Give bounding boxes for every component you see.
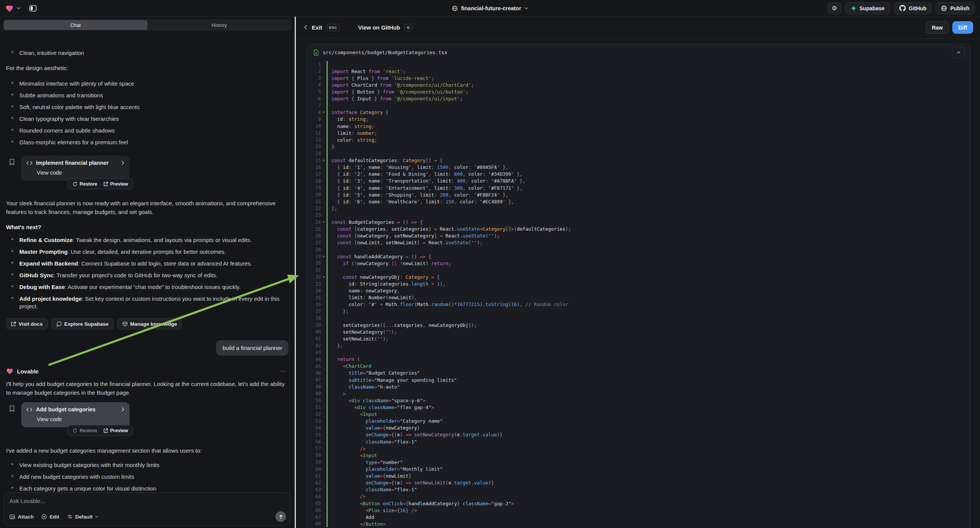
- code-panel: Exit ESC View on GitHub G Raw Diff src/c…: [296, 17, 980, 528]
- list-item-text: Subtle animations and transitions: [19, 92, 103, 99]
- exit-button[interactable]: Exit: [312, 24, 322, 31]
- line-number: 63: [307, 487, 321, 492]
- code-line-content: color: string;: [326, 136, 377, 143]
- code-line: 59 type="number": [307, 459, 970, 466]
- code-line-content: subtitle="Manage your spending limits": [326, 377, 457, 383]
- lovable-logo-heart-icon[interactable]: [5, 5, 14, 12]
- code-line-content: [326, 102, 331, 109]
- code-line-content: type="number": [326, 459, 402, 466]
- code-line-content: placeholder="Category name": [326, 418, 443, 425]
- attach-button[interactable]: Attach: [10, 514, 34, 520]
- line-number: 10: [307, 124, 321, 129]
- bullet-dot: [11, 105, 13, 107]
- code-line-content: [326, 212, 331, 219]
- list-item: Master Prompting: Use clear, detailed, a…: [6, 248, 289, 256]
- restore-button[interactable]: Restore: [73, 181, 97, 187]
- bookmark-icon[interactable]: [9, 405, 15, 412]
- line-number: 44: [307, 357, 321, 362]
- version-card-implement-financial-planner[interactable]: Implement financial planner View code Re…: [21, 156, 130, 181]
- publish-button[interactable]: Publish: [935, 2, 975, 14]
- chat-messages[interactable]: Clean, intuitive navigation For the desi…: [0, 46, 295, 491]
- line-number: 18: [307, 178, 321, 184]
- list-item: Clean, intuitive navigation: [6, 49, 289, 57]
- version-card-1-wrap: Implement financial planner View code Re…: [21, 156, 130, 181]
- view-code-link[interactable]: View code: [37, 170, 124, 176]
- code-line-content: { id: '5', name: 'Shopping', limit: 200,…: [326, 191, 508, 198]
- settings-button[interactable]: ⚙: [828, 2, 842, 14]
- code-line: 37 };: [307, 308, 970, 315]
- logo-chevron-down-icon[interactable]: [17, 7, 21, 10]
- file-card-header[interactable]: src/components/budget/BudgetCategories.t…: [307, 44, 970, 60]
- restore-preview-pill: Restore Preview: [68, 425, 133, 436]
- explore-supabase-button[interactable]: Explore Supabase: [51, 318, 114, 329]
- line-number: 11: [307, 130, 321, 135]
- code-editor[interactable]: 12import React from 'react';3import { Pl…: [307, 61, 970, 528]
- preview-button[interactable]: Preview: [103, 428, 128, 433]
- send-button[interactable]: [275, 511, 286, 522]
- manage-knowledge-button[interactable]: Manage knowledge: [118, 318, 182, 329]
- code-line: 40 setNewCategory('');: [307, 328, 970, 335]
- list-item: Glass-morphic elements for a premium fee…: [6, 138, 289, 146]
- code-line-content: ];: [326, 205, 337, 212]
- list-item-text: Debug with Ease: Activate our experiment…: [19, 283, 240, 291]
- code-line-content: </Button>: [326, 520, 386, 527]
- design-heading: For the design aesthetic:: [6, 64, 289, 72]
- code-line: 21 { id: '6', name: 'Healthcare', limit:…: [307, 198, 970, 205]
- fold-chevron-icon[interactable]: ▼: [321, 275, 326, 279]
- code-header: Exit ESC View on GitHub G Raw Diff: [296, 17, 980, 39]
- fold-chevron-icon[interactable]: ▼: [321, 111, 326, 114]
- version-card-add-budget-categories[interactable]: Add budget categories View code Restore …: [21, 402, 130, 427]
- collapse-file-button[interactable]: [952, 46, 965, 58]
- message-more-menu[interactable]: ⋯: [280, 368, 286, 375]
- model-selector[interactable]: Default: [67, 514, 99, 520]
- supabase-button[interactable]: Supabase: [846, 2, 890, 14]
- chat-composer: Attach Edit Default: [4, 492, 291, 526]
- toggle-sidebar-icon[interactable]: [27, 3, 39, 14]
- list-item-text: Master Prompting: Use clear, detailed, a…: [19, 248, 226, 256]
- chat-composer-input[interactable]: [10, 498, 285, 504]
- chevron-left-icon[interactable]: [304, 25, 307, 30]
- preview-button[interactable]: Preview: [103, 181, 128, 187]
- code-line: 52 <Input: [307, 411, 970, 418]
- globe-icon: [452, 5, 458, 11]
- code-line: 57 />: [307, 445, 970, 452]
- panel-resize-divider[interactable]: [295, 17, 296, 528]
- line-number: 8: [307, 110, 321, 115]
- github-button[interactable]: GitHub: [894, 2, 932, 14]
- code-line-content: { id: '4', name: 'Entertainment', limit:…: [326, 184, 522, 191]
- code-line: 39 setCategories([...categories, newCate…: [307, 321, 970, 328]
- tab-chat[interactable]: Chat: [4, 20, 147, 30]
- file-path: src/components/budget/BudgetCategories.t…: [323, 49, 447, 55]
- fold-chevron-icon[interactable]: ▼: [321, 220, 326, 224]
- list-item: Rounded corners and subtle shadows: [6, 127, 289, 134]
- visit-docs-button[interactable]: Visit docs: [6, 318, 48, 329]
- raw-toggle-button[interactable]: Raw: [926, 21, 949, 34]
- version-card-title: Add budget categories: [36, 406, 95, 412]
- tab-history[interactable]: History: [147, 20, 291, 30]
- code-line-content: title="Budget Categories": [326, 370, 420, 377]
- view-on-github-link[interactable]: View on GitHub: [358, 24, 401, 31]
- diff-toggle-button[interactable]: Diff: [952, 21, 973, 34]
- edit-button[interactable]: Edit: [41, 514, 59, 520]
- code-line: 45 <ChartCard: [307, 363, 970, 370]
- line-number: 25: [307, 226, 321, 232]
- view-code-link[interactable]: View code: [37, 416, 124, 422]
- fold-chevron-icon[interactable]: ▼: [321, 255, 326, 258]
- code-line: 12 color: string;: [307, 136, 970, 143]
- publish-globe-icon: [941, 5, 947, 11]
- external-link-icon: [103, 428, 108, 433]
- restore-button-disabled[interactable]: Restore: [73, 428, 97, 433]
- version-card-title: Implement financial planner: [36, 160, 109, 166]
- external-link-icon: [103, 182, 108, 186]
- line-number: 52: [307, 412, 321, 417]
- code-line-content: { id: '6', name: 'Healthcare', limit: 15…: [326, 198, 514, 205]
- code-line: 5import { Button } from '@/components/ui…: [307, 88, 970, 95]
- list-item-text: Add new budget categories with custom li…: [19, 473, 134, 481]
- fold-chevron-icon[interactable]: ▼: [321, 159, 326, 162]
- project-switcher[interactable]: financial-future-creator: [452, 5, 528, 11]
- line-number: 3: [307, 75, 321, 81]
- code-line-content: />: [326, 445, 366, 452]
- code-line: 50 <div className="space-y-6">: [307, 397, 970, 404]
- bookmark-icon[interactable]: [9, 159, 15, 165]
- code-line: 44 return (: [307, 356, 970, 363]
